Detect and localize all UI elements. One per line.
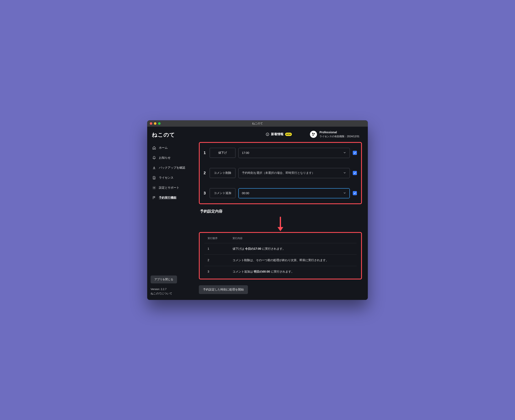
sidebar-item-notifications[interactable]: お知らせ	[151, 153, 192, 163]
app-window: ねこのて ねこのて ホーム お知らせ	[147, 120, 368, 300]
sidebar-item-label: ホーム	[159, 146, 168, 150]
scheduler-row: 1 値下げ 17:00	[203, 148, 357, 158]
action-type: コメント削除	[210, 168, 235, 178]
chevron-down-icon	[343, 191, 346, 195]
step-number: 1	[203, 151, 207, 155]
version-label: Version: 2.2.7	[151, 287, 192, 292]
zoom-window-button[interactable]	[158, 122, 160, 125]
close-window-button[interactable]	[150, 122, 152, 125]
enable-checkbox[interactable]	[353, 191, 357, 195]
sidebar: ねこのて ホーム お知らせ	[147, 127, 196, 300]
traffic-lights	[150, 122, 160, 125]
news-label: 新着情報	[271, 132, 283, 136]
scheduler-row: 2 コメント削除 予約時刻を選択（未選択の場合、即時実行となります）	[203, 168, 357, 178]
time-value: 17:00	[242, 151, 249, 155]
flag-icon	[152, 196, 156, 200]
time-value: 00:00	[242, 192, 249, 195]
avatar[interactable]	[310, 131, 317, 138]
sidebar-item-label: バックアップを確認	[159, 166, 185, 170]
titlebar: ねこのて	[147, 120, 368, 127]
action-type: コメント追加	[210, 188, 235, 198]
chevron-down-icon	[343, 171, 346, 175]
bell-icon	[152, 156, 156, 160]
sidebar-item-label: 設定とサポート	[159, 186, 179, 190]
summary-num: 1	[208, 247, 220, 251]
summary-text: 値下げは 今日の17:00 に実行されます。	[233, 247, 285, 251]
sidebar-item-label: お知らせ	[159, 156, 171, 160]
sidebar-item-backup[interactable]: バックアップを確認	[151, 163, 192, 172]
summary-row: 2 コメント削除は、その一つ前の処理が終わり次第、即座に実行されます。	[204, 255, 356, 266]
sidebar-meta: Version: 2.2.7 ねこのてについて	[151, 287, 192, 296]
time-placeholder: 予約時刻を選択（未選択の場合、即時実行となります）	[242, 171, 315, 175]
summary-text: コメント追加は 明日の00:00 に実行されます。	[233, 270, 294, 274]
plan-name: Professional	[319, 130, 359, 135]
sidebar-item-home[interactable]: ホーム	[151, 143, 192, 153]
enable-checkbox[interactable]	[353, 171, 357, 175]
sidebar-item-settings[interactable]: 設定とサポート	[151, 183, 192, 193]
sidebar-item-scheduler[interactable]: 予約実行機能	[151, 193, 192, 202]
news-link[interactable]: 新着情報 NEW	[266, 132, 292, 136]
sidebar-item-label: 予約実行機能	[159, 196, 176, 200]
summary-row: 3 コメント追加は 明日の00:00 に実行されます。	[204, 266, 356, 277]
start-scheduled-button[interactable]: 予約設定した時刻に処理を開始	[199, 285, 248, 294]
summary-header: 実行順序 実行内容	[204, 235, 356, 243]
col-content: 実行内容	[233, 237, 242, 240]
summary-box: 実行順序 実行内容 1 値下げは 今日の17:00 に実行されます。 2 コメン…	[199, 232, 362, 279]
svg-point-4	[312, 134, 314, 135]
enable-checkbox[interactable]	[353, 151, 357, 155]
nav: ホーム お知らせ バックアップを確認	[151, 143, 192, 202]
document-icon	[152, 176, 156, 180]
col-order: 実行順序	[208, 237, 220, 240]
chevron-down-icon	[343, 151, 346, 155]
time-select[interactable]: 予約時刻を選択（未選択の場合、即時実行となります）	[238, 168, 350, 178]
download-icon	[152, 166, 156, 170]
step-number: 2	[203, 171, 207, 175]
app-title: ねこのて	[151, 131, 192, 143]
info-icon	[266, 132, 269, 136]
about-link[interactable]: ねこのてについて	[151, 292, 192, 296]
summary-num: 2	[208, 258, 220, 262]
action-type: 値下げ	[210, 148, 235, 158]
sidebar-item-label: ライセンス	[159, 176, 174, 180]
summary-row: 1 値下げは 今日の17:00 に実行されます。	[204, 243, 356, 255]
sidebar-item-license[interactable]: ライセンス	[151, 173, 192, 183]
license-expiry: ライセンスの有効期限：2024/12/31	[319, 135, 359, 138]
svg-point-3	[314, 133, 315, 134]
summary-text: コメント削除は、その一つ前の処理が終わり次第、即座に実行されます。	[233, 258, 329, 262]
gear-icon	[152, 186, 156, 190]
scheduler-row: 3 コメント追加 00:00	[203, 188, 357, 198]
home-icon	[152, 146, 156, 150]
time-select[interactable]: 17:00	[238, 148, 350, 158]
header-account: Professional ライセンスの有効期限：2024/12/31	[310, 130, 359, 138]
main: 新着情報 NEW Professional ライセンスの有効期限：2024/12…	[196, 127, 368, 300]
minimize-window-button[interactable]	[154, 122, 156, 125]
step-number: 3	[203, 191, 207, 195]
summary-num: 3	[208, 270, 220, 274]
window-title: ねこのて	[147, 122, 368, 125]
svg-point-0	[154, 187, 155, 188]
svg-point-2	[312, 133, 313, 134]
scheduler-box: 1 値下げ 17:00 2 コメント削除	[199, 142, 362, 204]
close-app-button[interactable]: アプリを閉じる	[151, 276, 177, 283]
summary-title: 予約設定内容	[200, 209, 362, 214]
new-badge: NEW	[285, 133, 292, 136]
header: 新着情報 NEW Professional ライセンスの有効期限：2024/12…	[196, 127, 362, 142]
arrow-annotation	[199, 217, 362, 231]
time-select[interactable]: 00:00	[238, 188, 350, 198]
